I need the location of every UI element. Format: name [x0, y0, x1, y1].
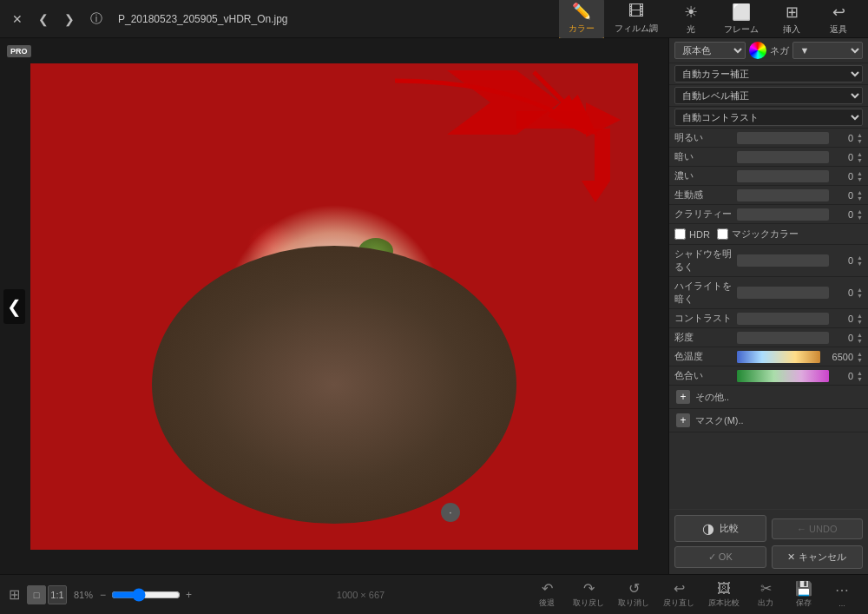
- dark-arrows[interactable]: ▲ ▼: [857, 151, 863, 163]
- vivid-slider-row: 生動感 0 ▲ ▼: [669, 186, 868, 205]
- vivid-up[interactable]: ▲: [857, 189, 863, 195]
- more-button[interactable]: ⋯ ...: [825, 580, 859, 610]
- density-arrows[interactable]: ▲ ▼: [857, 170, 863, 182]
- clarity-up[interactable]: ▲: [857, 208, 863, 215]
- contrast-track[interactable]: [737, 313, 829, 325]
- shadow-down[interactable]: ▼: [857, 261, 863, 267]
- close-button[interactable]: ✕: [7, 9, 28, 30]
- footer-row2: ✓ OK ✕ キャンセル: [674, 545, 863, 569]
- info-button[interactable]: ⓘ: [85, 8, 108, 30]
- vivid-down[interactable]: ▼: [857, 195, 863, 201]
- nav-arrow-left[interactable]: ❮: [3, 289, 25, 324]
- view-1to1-button[interactable]: 1:1: [48, 585, 67, 604]
- shadow-track[interactable]: [737, 254, 829, 267]
- tool-light[interactable]: ☀ 光: [668, 0, 713, 39]
- original-color-select[interactable]: 原本色: [674, 42, 746, 59]
- tint-up[interactable]: ▲: [857, 370, 863, 376]
- clarity-down[interactable]: ▼: [857, 215, 863, 221]
- view-toggle: □ 1:1: [27, 585, 67, 604]
- tool-film[interactable]: 🎞 フィルム調: [606, 0, 667, 38]
- top-toolbar: ✕ ❮ ❯ ⓘ P_20180523_205905_vHDR_On.jpg ✏️…: [0, 0, 868, 38]
- magic-color-checkbox[interactable]: [717, 228, 728, 240]
- expand-icon[interactable]: ·: [441, 503, 460, 522]
- tool-color[interactable]: ✏️ カラー: [559, 0, 604, 40]
- grid-button[interactable]: ⊞: [9, 586, 20, 603]
- zoom-level: 81%: [74, 590, 93, 600]
- bright-up[interactable]: ▲: [857, 132, 863, 138]
- density-track[interactable]: [737, 170, 829, 182]
- tint-down[interactable]: ▼: [857, 376, 863, 382]
- highlight-arrows[interactable]: ▲ ▼: [857, 287, 863, 299]
- mask-expand-row[interactable]: + マスク(M)..: [669, 409, 868, 432]
- tool-insert[interactable]: ⊞ 挿入: [769, 0, 814, 39]
- bottom-toolbar: ⊞ □ 1:1 81% − + 1000 × 667 ↶ 後退 ↷ 取り戻し ↺…: [0, 574, 868, 614]
- temp-up[interactable]: ▲: [857, 351, 863, 357]
- other-expand-row[interactable]: + その他..: [669, 386, 868, 409]
- saturation-arrows[interactable]: ▲ ▼: [857, 332, 863, 344]
- other-expand-label: その他..: [695, 391, 729, 404]
- tool-return[interactable]: ↩ 返具: [816, 0, 861, 39]
- clarity-arrows[interactable]: ▲ ▼: [857, 208, 863, 221]
- forward-button[interactable]: ❯: [59, 9, 80, 30]
- saturation-up[interactable]: ▲: [857, 332, 863, 338]
- auto-color-select[interactable]: 自動カラー補正: [674, 65, 863, 83]
- temp-track[interactable]: [737, 351, 820, 363]
- saturation-track[interactable]: [737, 332, 829, 344]
- shadow-arrows[interactable]: ▲ ▼: [857, 254, 863, 267]
- ok-button[interactable]: ✓ OK: [674, 546, 766, 568]
- tint-arrows[interactable]: ▲ ▼: [857, 370, 863, 382]
- cancel-button[interactable]: ✕ キャンセル: [772, 545, 864, 569]
- redo-button[interactable]: ↷ 取り戻し: [568, 578, 609, 611]
- view-fit-button[interactable]: □: [27, 585, 46, 604]
- bright-arrows[interactable]: ▲ ▼: [857, 132, 863, 144]
- compare-button[interactable]: ◑ 比較: [674, 515, 766, 542]
- auto-level-select[interactable]: 自動レベル補正: [674, 87, 863, 104]
- clarity-value: 0: [832, 209, 853, 220]
- density-down[interactable]: ▼: [857, 176, 863, 182]
- vivid-track[interactable]: [737, 189, 829, 201]
- undo-history-button[interactable]: ↶ 後退: [529, 578, 564, 611]
- tint-track[interactable]: [737, 370, 829, 382]
- dark-down[interactable]: ▼: [857, 157, 863, 163]
- output-label: 出力: [758, 597, 773, 609]
- hdr-checkbox-label[interactable]: HDR: [674, 228, 710, 240]
- hdr-checkbox[interactable]: [674, 228, 686, 240]
- contrast-arrows[interactable]: ▲ ▼: [857, 313, 863, 325]
- highlight-up[interactable]: ▲: [857, 287, 863, 293]
- shadow-up[interactable]: ▲: [857, 254, 863, 261]
- highlight-down[interactable]: ▼: [857, 293, 863, 299]
- output-button[interactable]: ✂ 出力: [748, 578, 783, 611]
- undo-button[interactable]: ← UNDO: [772, 518, 864, 539]
- color-wheel-button[interactable]: [749, 42, 766, 59]
- restore-button[interactable]: ↩ 戻り直し: [658, 578, 700, 611]
- compare-view-icon: 🖼: [717, 581, 731, 597]
- expand-dot[interactable]: ·: [441, 503, 460, 522]
- film-icon: 🎞: [628, 3, 644, 21]
- dark-track[interactable]: [737, 151, 829, 163]
- redo-icon: ↷: [583, 580, 595, 597]
- auto-contrast-select[interactable]: 自動コントラスト: [674, 109, 863, 126]
- temp-down[interactable]: ▼: [857, 357, 863, 363]
- contrast-down[interactable]: ▼: [857, 319, 863, 325]
- dark-up[interactable]: ▲: [857, 151, 863, 157]
- vivid-arrows[interactable]: ▲ ▼: [857, 189, 863, 201]
- saturation-down[interactable]: ▼: [857, 338, 863, 344]
- nega-select[interactable]: ▼: [792, 42, 864, 59]
- bright-down[interactable]: ▼: [857, 138, 863, 144]
- density-up[interactable]: ▲: [857, 170, 863, 176]
- save-button[interactable]: 💾 保存: [786, 578, 821, 611]
- zoom-slider[interactable]: [111, 588, 181, 602]
- temp-arrows[interactable]: ▲ ▼: [857, 351, 863, 363]
- highlight-track[interactable]: [737, 287, 829, 299]
- zoom-minus-icon[interactable]: −: [100, 589, 106, 601]
- cancel-edit-button[interactable]: ↺ 取り消し: [613, 578, 654, 611]
- contrast-up[interactable]: ▲: [857, 313, 863, 319]
- bright-track[interactable]: [737, 132, 829, 144]
- clarity-track[interactable]: [737, 208, 829, 221]
- zoom-plus-icon[interactable]: +: [186, 589, 192, 601]
- compare-view-button[interactable]: 🖼 原本比較: [703, 579, 745, 611]
- back-button[interactable]: ❮: [33, 9, 54, 30]
- magic-color-checkbox-label[interactable]: マジックカラー: [717, 228, 799, 241]
- tool-frame[interactable]: ⬜ フレーム: [715, 0, 767, 39]
- tint-slider-row: 色合い 0 ▲ ▼: [669, 366, 868, 386]
